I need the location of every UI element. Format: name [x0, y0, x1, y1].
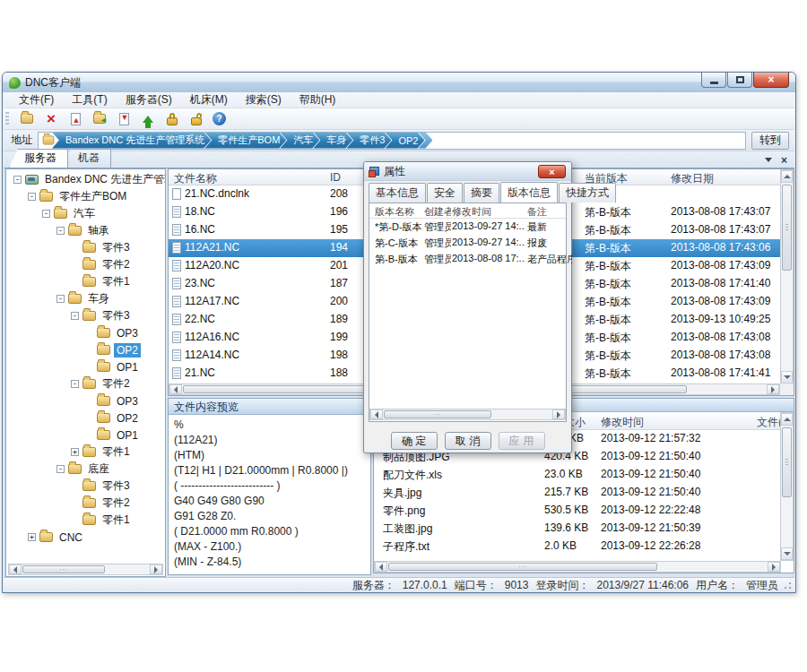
maximize-button[interactable]	[727, 73, 752, 88]
scroll-down-button[interactable]	[781, 547, 793, 560]
scroll-left-button[interactable]	[9, 564, 22, 574]
version-row[interactable]: 第-C-版本 管理员 2013-09-27 14:... 报废	[369, 235, 566, 251]
dialog-tab[interactable]: 摘要	[464, 183, 499, 202]
menu-item[interactable]: 帮助(H)	[291, 91, 344, 108]
tree-expander-icon[interactable]: -	[28, 193, 36, 201]
new-folder-button[interactable]	[19, 111, 35, 127]
go-button[interactable]: 转到	[751, 132, 789, 150]
file-list-vertical-scrollbar[interactable]	[780, 169, 794, 384]
tree-expander-icon[interactable]: +	[28, 533, 36, 541]
breadcrumb-segment[interactable]: 零件生产BOM	[204, 133, 286, 149]
close-button[interactable]: ×	[753, 73, 789, 88]
dialog-tab[interactable]: 快捷方式	[559, 183, 616, 202]
menu-item[interactable]: 搜索(S)	[238, 91, 290, 108]
minimize-button[interactable]	[701, 73, 726, 88]
dialog-tab[interactable]: 安全	[427, 183, 463, 202]
receive-folder-button[interactable]: ◄	[91, 111, 108, 127]
scroll-right-button[interactable]	[767, 384, 779, 394]
column-modified-time[interactable]: 修改时间	[601, 415, 644, 430]
attachment-row[interactable]: 子程序.txt 2.0 KB 2013-09-12 22:26:28	[374, 538, 781, 556]
scrollbar-thumb[interactable]	[782, 185, 792, 271]
ok-button[interactable]: 确 定	[391, 432, 438, 450]
column-modified-date[interactable]: 修改日期	[671, 171, 714, 186]
tree-expander-icon[interactable]: -	[42, 210, 50, 218]
column-id[interactable]: ID	[330, 171, 341, 184]
scroll-right-button[interactable]	[552, 409, 565, 419]
lock-button[interactable]	[164, 111, 180, 127]
tree-item[interactable]: 零件1	[6, 273, 165, 290]
tree-item[interactable]: 零件2	[6, 495, 165, 512]
dialog-horizontal-scrollbar[interactable]	[369, 409, 566, 420]
column-modify-time[interactable]: 修改时间	[452, 205, 525, 219]
tree-item[interactable]: 零件2	[6, 256, 165, 273]
tree-expander-icon[interactable]: -	[56, 227, 65, 235]
scrollbar-thumb[interactable]	[388, 563, 657, 571]
toolbar-grip[interactable]	[5, 112, 9, 126]
tree-item[interactable]: OP3	[6, 324, 165, 341]
tree-item[interactable]: - 车身	[6, 290, 165, 307]
menu-item[interactable]: 机床(M)	[182, 91, 236, 108]
scrollbar-thumb[interactable]	[782, 427, 792, 497]
help-icon[interactable]: ?	[213, 112, 226, 125]
tree-item[interactable]: - Bandex DNC 先进生产管理系统	[6, 171, 165, 188]
column-creator[interactable]: 创建者	[424, 205, 451, 219]
tree-item[interactable]: + 零件1	[6, 444, 165, 461]
scroll-up-button[interactable]	[781, 413, 793, 426]
attachments-horizontal-scrollbar[interactable]	[374, 561, 781, 573]
tree-item[interactable]: 零件1	[6, 512, 165, 529]
apply-button[interactable]: 应 用	[499, 432, 545, 450]
column-version-name[interactable]: 版本名称	[375, 205, 423, 219]
panel-close-icon[interactable]: ×	[781, 155, 787, 166]
menu-item[interactable]: 服务器(S)	[117, 91, 180, 108]
dialog-close-button[interactable]: ×	[538, 165, 566, 178]
delete-button[interactable]: ×	[43, 111, 59, 127]
tree-expander-icon[interactable]: -	[71, 312, 79, 320]
tree-item[interactable]: - 零件3	[6, 307, 165, 324]
column-file-name[interactable]: 文件名称	[174, 171, 217, 186]
dialog-title-bar[interactable]: 属性 ×	[364, 162, 571, 181]
scrollbar-thumb[interactable]	[22, 565, 105, 573]
version-row[interactable]: 第-B-版本 管理员 2013-08-08 17:... 老产品程序	[369, 251, 566, 267]
version-row[interactable]: *第-D-版本 管理员 2013-09-27 14:... 最新	[369, 219, 566, 235]
cancel-button[interactable]: 取 消	[445, 432, 491, 450]
tree-item[interactable]: - 零件生产BOM	[6, 188, 165, 205]
scroll-left-button[interactable]	[370, 409, 383, 419]
tree-item[interactable]: 零件3	[6, 478, 165, 495]
tree-expander-icon[interactable]: -	[71, 380, 79, 388]
scrollbar-thumb[interactable]	[384, 410, 491, 418]
scroll-right-button[interactable]	[768, 562, 780, 572]
menu-item[interactable]: 工具(T)	[64, 91, 115, 108]
scroll-down-button[interactable]	[781, 371, 793, 383]
panel-tab[interactable]: 服务器	[9, 149, 68, 168]
tree-item[interactable]: + CNC	[6, 529, 165, 546]
title-bar[interactable]: DNC客户端 ×	[3, 73, 795, 92]
tree-horizontal-scrollbar[interactable]	[8, 564, 163, 575]
dialog-tab[interactable]: 基本信息	[369, 183, 426, 202]
attachments-vertical-scrollbar[interactable]	[780, 412, 794, 561]
scroll-left-button[interactable]	[169, 384, 182, 394]
upload-button[interactable]	[140, 111, 156, 127]
column-note[interactable]: 备注	[527, 205, 572, 219]
tree-item[interactable]: - 汽车	[6, 205, 165, 222]
panel-tab[interactable]: 机器	[63, 149, 111, 168]
tree-item[interactable]: - 轴承	[6, 222, 165, 239]
dialog-tab[interactable]: 版本信息	[500, 182, 558, 202]
attachment-row[interactable]: 零件.png 530.5 KB 2013-09-12 22:22:48	[374, 502, 781, 520]
menu-item[interactable]: 文件(F)	[11, 91, 62, 108]
tree-item[interactable]: - 零件2	[6, 375, 165, 392]
attachment-row[interactable]: 工装图.jpg 139.6 KB 2013-09-12 21:50:39	[374, 520, 781, 538]
resize-grip[interactable]	[783, 581, 792, 590]
scroll-left-button[interactable]	[375, 562, 387, 572]
chevron-down-icon[interactable]	[765, 158, 772, 166]
check-in-button[interactable]: ▲	[67, 111, 83, 127]
breadcrumb-segment[interactable]: Bandex DNC 先进生产管理系统	[52, 133, 211, 149]
attachment-row[interactable]: 夹具.jpg 215.7 KB 2013-09-12 21:50:40	[374, 484, 781, 502]
tree-expander-icon[interactable]: -	[13, 176, 22, 184]
scroll-right-button[interactable]	[150, 564, 162, 574]
unlock-button[interactable]	[188, 111, 204, 127]
tree-expander-icon[interactable]: -	[56, 465, 65, 473]
scroll-up-button[interactable]	[781, 170, 793, 183]
tree-expander-icon[interactable]: +	[71, 448, 79, 456]
address-input[interactable]: Bandex DNC 先进生产管理系统零件生产BOM汽车车身零件3OP2	[38, 132, 746, 150]
tree-item[interactable]: OP1	[6, 358, 165, 375]
